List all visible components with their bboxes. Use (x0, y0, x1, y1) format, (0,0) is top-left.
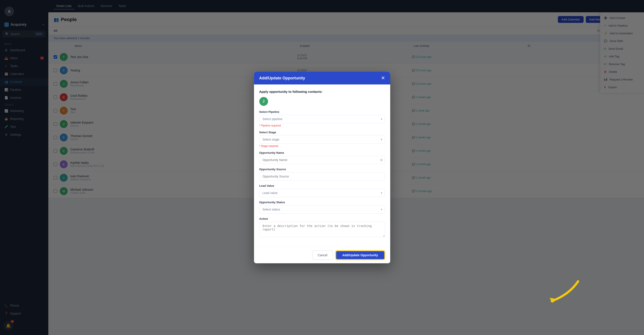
lead-value-label: Lead Value (259, 184, 385, 187)
select-pipeline-group: Select Pipeline Select pipeline * Pipeli… (259, 110, 385, 127)
arrow-svg (525, 277, 582, 308)
add-update-opportunity-button[interactable]: Add/Update Opportunity (336, 250, 385, 260)
select-pipeline-wrapper: Select pipeline (259, 115, 385, 123)
select-pipeline-label: Select Pipeline (259, 110, 385, 114)
opportunity-status-wrapper: Select status (259, 205, 385, 214)
modal-title: Add/Update Opportunity (259, 76, 305, 81)
cancel-button[interactable]: Cancel (312, 250, 333, 260)
modal-subtitle: Apply opportunity to following contacts: (259, 90, 385, 94)
action-label: Action (259, 217, 385, 220)
opportunity-name-group: Opportunity Name ⊞ (259, 151, 385, 164)
stage-error: * Stage required (259, 145, 385, 148)
select-pipeline-dropdown[interactable]: Select pipeline (259, 115, 385, 123)
select-stage-wrapper: Select stage (259, 135, 385, 144)
opportunity-source-label: Opportunity Source (259, 168, 385, 171)
select-stage-dropdown[interactable]: Select stage (259, 135, 385, 144)
opportunity-source-group: Opportunity Source (259, 168, 385, 181)
modal-footer: Cancel Add/Update Opportunity (254, 247, 390, 263)
opportunity-name-label: Opportunity Name (259, 151, 385, 154)
svg-marker-0 (550, 298, 556, 303)
contact-chip: J (259, 97, 268, 106)
select-stage-label: Select Stage (259, 131, 385, 134)
add-update-opportunity-modal: Add/Update Opportunity ✕ Apply opportuni… (254, 72, 390, 263)
opportunity-name-input[interactable] (259, 156, 385, 164)
arrow-annotation (525, 277, 582, 308)
lead-value-group: Lead Value Lead value (259, 184, 385, 197)
opportunity-source-input[interactable] (259, 172, 385, 181)
pipeline-error: * Pipeline required (259, 124, 385, 127)
modal-body: Apply opportunity to following contacts:… (254, 85, 390, 247)
opportunity-status-label: Opportunity Status (259, 201, 385, 204)
action-textarea[interactable] (259, 222, 385, 237)
lead-value-wrapper: Lead value (259, 189, 385, 197)
magic-wand-icon: ⊞ (380, 158, 383, 162)
select-stage-group: Select Stage Select stage * Stage requir… (259, 131, 385, 148)
action-group: Action (259, 217, 385, 238)
opportunity-status-dropdown[interactable]: Select status (259, 205, 385, 214)
modal-header: Add/Update Opportunity ✕ (254, 72, 390, 85)
opportunity-status-group: Opportunity Status Select status (259, 201, 385, 214)
modal-backdrop: Add/Update Opportunity ✕ Apply opportuni… (0, 0, 644, 335)
lead-value-dropdown[interactable]: Lead value (259, 189, 385, 197)
modal-close-button[interactable]: ✕ (381, 76, 385, 81)
